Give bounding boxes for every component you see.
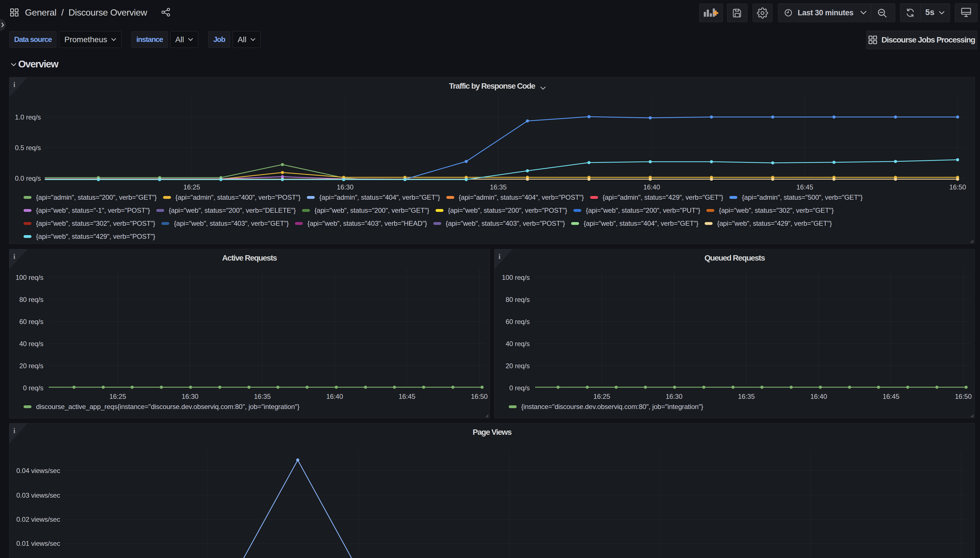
svg-text:0.03 views/sec: 0.03 views/sec [16, 491, 60, 499]
svg-text:20 req/s: 20 req/s [19, 362, 43, 370]
svg-text:16:35: 16:35 [738, 392, 754, 400]
svg-text:16:30: 16:30 [337, 183, 353, 191]
svg-text:60 req/s: 60 req/s [506, 318, 530, 325]
svg-text:16:25: 16:25 [109, 392, 126, 400]
svg-text:16:50: 16:50 [955, 392, 972, 400]
svg-text:16:40: 16:40 [326, 392, 343, 400]
svg-text:0.0 req/s: 0.0 req/s [15, 174, 41, 182]
svg-text:0 req/s: 0 req/s [23, 384, 43, 392]
svg-text:100 req/s: 100 req/s [16, 274, 43, 281]
svg-text:0.02 views/sec: 0.02 views/sec [16, 515, 60, 523]
svg-text:16:35: 16:35 [254, 392, 270, 400]
svg-text:16:45: 16:45 [399, 392, 415, 400]
svg-text:1.0 req/s: 1.0 req/s [15, 113, 41, 121]
svg-text:16:30: 16:30 [665, 392, 682, 400]
svg-text:16:45: 16:45 [883, 392, 899, 400]
svg-text:0 req/s: 0 req/s [509, 384, 530, 392]
svg-text:16:50: 16:50 [471, 392, 488, 400]
svg-text:16:25: 16:25 [593, 392, 610, 400]
svg-text:0.01 views/sec: 0.01 views/sec [16, 540, 60, 547]
svg-text:0.04 views/sec: 0.04 views/sec [16, 467, 60, 474]
svg-text:16:30: 16:30 [181, 392, 198, 400]
svg-text:16:40: 16:40 [810, 392, 827, 400]
svg-text:40 req/s: 40 req/s [506, 340, 530, 348]
svg-text:16:45: 16:45 [796, 183, 813, 191]
svg-text:80 req/s: 80 req/s [506, 296, 530, 304]
svg-text:0.5 req/s: 0.5 req/s [15, 144, 41, 151]
svg-text:40 req/s: 40 req/s [19, 340, 43, 348]
svg-text:16:40: 16:40 [643, 183, 660, 191]
svg-text:16:35: 16:35 [490, 183, 506, 191]
svg-text:20 req/s: 20 req/s [506, 362, 530, 370]
svg-text:100 req/s: 100 req/s [502, 274, 530, 281]
svg-text:60 req/s: 60 req/s [19, 318, 43, 325]
svg-text:80 req/s: 80 req/s [19, 296, 43, 304]
svg-text:16:50: 16:50 [949, 183, 966, 191]
svg-text:16:25: 16:25 [183, 183, 200, 191]
